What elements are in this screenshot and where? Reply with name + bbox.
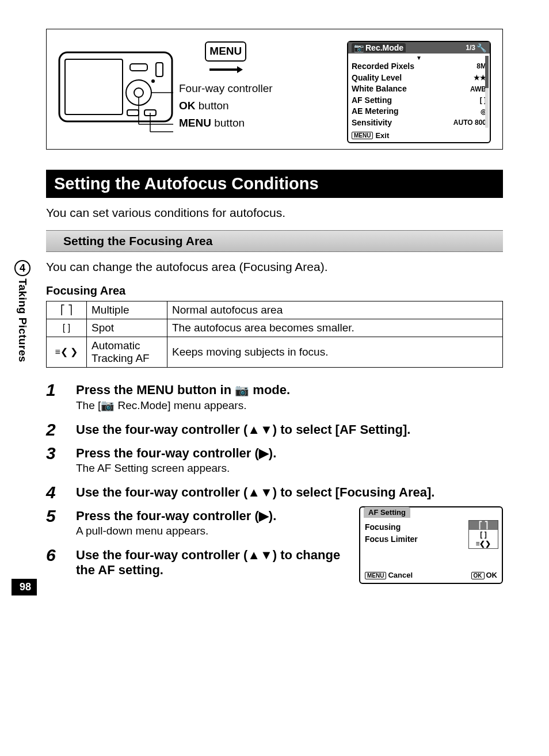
ok-button-label: OK button xyxy=(179,97,273,114)
recmode-row-label: Sensitivity xyxy=(352,117,392,129)
focusing-icon: ⎡ ⎤ xyxy=(47,301,87,319)
step-6-title: Use the four-way controller (▲▼) to chan… xyxy=(76,548,349,578)
step-3-desc: The AF Setting screen appears. xyxy=(76,462,503,475)
focusing-icon: [ ] xyxy=(47,319,87,337)
recmode-row: White BalanceAWB xyxy=(352,83,486,95)
step-1-pre: Press the xyxy=(76,383,136,397)
af-setting-screen: AF Setting Focusing ◀ Focus Limiter ⎡ ⎤ … xyxy=(359,506,503,584)
menu-bold: MENU xyxy=(179,117,211,129)
step-number: 5 xyxy=(46,506,63,541)
chapter-label: Taking Pictures xyxy=(16,278,29,362)
step-1-title: Press the MENU button in 📷 mode. xyxy=(76,383,503,398)
focusing-name: Spot xyxy=(87,319,167,337)
table-title: Focusing Area xyxy=(46,284,503,297)
recmode-row: SensitivityAUTO 800 xyxy=(352,117,486,129)
camera-icon: 📷 xyxy=(354,43,364,52)
top-diagram: MENU Four-way controller OK button MENU … xyxy=(46,29,503,150)
menu-button-label: MENU button xyxy=(179,114,273,132)
focusing-area-table: ⎡ ⎤MultipleNormal autofocus area[ ]SpotT… xyxy=(46,301,503,368)
recmode-row-label: AE Metering xyxy=(352,106,399,117)
ok-bold: OK xyxy=(179,100,196,112)
step-1-end: mode. xyxy=(249,383,290,397)
focusing-desc: Keeps moving subjects in focus. xyxy=(167,337,503,367)
page-number: 98 xyxy=(12,579,37,595)
af-option-tracking: ≡❮❯ xyxy=(469,539,498,548)
exit-label: Exit xyxy=(375,131,389,140)
step-number: 1 xyxy=(46,380,63,415)
recmode-row-value: AUTO 800 xyxy=(453,118,486,128)
focusing-desc: The autofocus area becomes smaller. xyxy=(167,319,503,337)
camera-mode-icon: 📷 xyxy=(235,384,249,396)
af-option-multiple: ⎡ ⎤ xyxy=(469,521,498,530)
af-ok-badge: OK xyxy=(471,572,485,579)
recmode-row-value: AWB xyxy=(470,85,486,94)
af-focuslimiter-label: Focus Limiter xyxy=(365,533,418,545)
step-4: 4 Use the four-way controller (▲▼) to se… xyxy=(46,483,503,502)
svg-rect-7 xyxy=(127,110,139,116)
af-option-spot: [ ] xyxy=(469,530,498,539)
svg-rect-0 xyxy=(59,52,172,121)
focusing-icon: ≡❮ ❯ xyxy=(47,337,87,367)
down-triangle-icon: ▼ xyxy=(352,55,486,61)
svg-point-6 xyxy=(151,79,155,83)
svg-point-3 xyxy=(134,88,143,97)
ok-rest: button xyxy=(196,100,229,112)
step-number: 6 xyxy=(46,545,63,579)
table-row: ≡❮ ❯Automatic Tracking AFKeeps moving su… xyxy=(47,337,503,367)
step-5: 5 Press the four-way controller (▶). A p… xyxy=(46,506,349,541)
table-row: ⎡ ⎤MultipleNormal autofocus area xyxy=(47,301,503,319)
recmode-row: AF Setting[ ] xyxy=(352,95,486,106)
step-number: 3 xyxy=(46,444,63,478)
recmode-row-value: ★★ xyxy=(474,73,486,83)
recmode-row-label: AF Setting xyxy=(352,95,392,106)
af-cancel-label: Cancel xyxy=(388,571,413,579)
step-5-title: Press the four-way controller (▶). xyxy=(76,509,349,524)
intro-text: You can set various conditions for autof… xyxy=(46,206,503,220)
step-4-title: Use the four-way controller (▲▼) to sele… xyxy=(76,485,503,500)
svg-marker-15 xyxy=(237,66,243,73)
step-number: 4 xyxy=(46,483,63,502)
recmode-row: AE Metering◎ xyxy=(352,106,486,117)
step-2-title: Use the four-way controller (▲▼) to sele… xyxy=(76,422,503,437)
recmode-row: Quality Level★★ xyxy=(352,72,486,84)
af-ok-label: OK xyxy=(486,571,498,579)
recmode-row: Recorded Pixels8M xyxy=(352,61,486,72)
sub-heading: Setting the Focusing Area xyxy=(46,230,503,252)
fourway-label: Four-way controller xyxy=(179,80,273,97)
wrench-icon: 🔧 xyxy=(476,43,486,52)
af-cancel-badge: MENU xyxy=(365,572,386,579)
svg-rect-5 xyxy=(156,63,163,77)
step-1-post: button in xyxy=(174,383,235,397)
scrollbar xyxy=(485,56,489,128)
camera-back-illustration xyxy=(58,41,173,133)
step-6: 6 Use the four-way controller (▲▼) to ch… xyxy=(46,545,349,579)
af-focusing-label: Focusing xyxy=(365,521,401,533)
menu-badge-small: MENU xyxy=(352,132,373,139)
af-dropdown: ⎡ ⎤ [ ] ≡❮❯ xyxy=(468,520,498,549)
focusing-desc: Normal autofocus area xyxy=(167,301,503,319)
focusing-name: Automatic Tracking AF xyxy=(87,337,167,367)
step-2: 2 Use the four-way controller (▲▼) to se… xyxy=(46,420,503,439)
step-3-title: Press the four-way controller (▶). xyxy=(76,446,503,461)
chapter-badge: 4 xyxy=(14,260,30,276)
step-number: 2 xyxy=(46,420,63,439)
recmode-row-label: White Balance xyxy=(352,83,407,95)
menu-badge-icon: MENU xyxy=(205,41,246,61)
focusing-name: Multiple xyxy=(87,301,167,319)
sub-intro-text: You can change the autofocus area (Focus… xyxy=(46,260,503,274)
recmode-screen: 📷Rec.Mode 1/3 🔧 ▼ Recorded Pixels8MQuali… xyxy=(347,41,491,143)
step-1-mid: MENU xyxy=(136,383,174,397)
step-1: 1 Press the MENU button in 📷 mode. The [… xyxy=(46,380,503,415)
svg-rect-4 xyxy=(130,64,147,71)
step-1-desc: The [📷 Rec.Mode] menu appears. xyxy=(76,399,503,412)
step-3: 3 Press the four-way controller (▶). The… xyxy=(46,444,503,478)
side-tab: 4 Taking Pictures xyxy=(12,260,33,362)
recmode-page: 1/3 xyxy=(466,44,475,52)
recmode-row-label: Recorded Pixels xyxy=(352,61,414,72)
af-tab: AF Setting xyxy=(364,507,410,518)
svg-rect-1 xyxy=(65,59,123,114)
recmode-title: Rec.Mode xyxy=(365,43,403,52)
table-row: [ ]SpotThe autofocus area becomes smalle… xyxy=(47,319,503,337)
section-heading: Setting the Autofocus Conditions xyxy=(46,170,503,198)
arrow-right-icon xyxy=(208,65,243,74)
